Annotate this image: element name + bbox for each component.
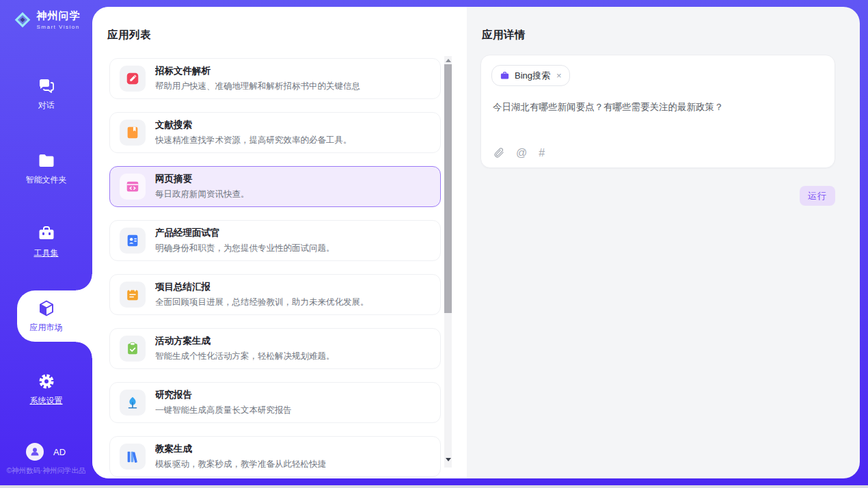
sidebar-item-label: 应用市场 [0,322,92,334]
app-title: 文献搜索 [155,119,352,131]
books-icon [125,449,140,464]
app-detail-panel: 应用详情 Bing搜索 × 今日湖北有哪些新闻要点？有哪些需要关注的最新政策？ … [467,7,860,478]
list-item-project-summary[interactable]: 项目总结汇报 全面回顾项目进展，总结经验教训，助力未来优化发展。 [109,274,441,315]
active-nav-notch-bottom [76,342,92,358]
app-title: 网页摘要 [155,173,249,185]
sidebar-item-toolset[interactable]: 工具集 [0,224,92,259]
sidebar-item-settings[interactable]: 系统设置 [0,372,92,407]
app-icon-container [120,66,146,92]
app-title: 教案生成 [155,443,326,455]
run-button[interactable]: 运行 [800,186,835,206]
sidebar: 神州问学 Smart Vision 对话 智能文件夹 工具集 [0,0,92,488]
copyright-text: ©神州数码·神州问学出品 [0,466,92,476]
prompt-input[interactable]: 今日湖北有哪些新闻要点？有哪些需要关注的最新政策？ [493,100,821,114]
avatar [26,443,44,461]
user-name: AD [53,447,66,457]
app-title: 活动方案生成 [155,335,335,347]
app-description: 全面回顾项目进展，总结经验教训，助力未来优化发展。 [155,297,369,308]
app-description: 明确身份和职责，为您提供专业性的面试问题。 [155,243,335,254]
book-icon [125,125,140,140]
active-nav-notch-top [76,274,92,290]
list-item-lesson-plan[interactable]: 教案生成 模板驱动，教案秒成，教学准备从此轻松快捷 [109,436,441,477]
app-description: 模板驱动，教案秒成，教学准备从此轻松快捷 [155,459,326,470]
sidebar-item-label: 工具集 [0,247,92,259]
app-title: 研究报告 [155,389,292,401]
app-icon-container [120,120,146,146]
brand-name: 神州问学 [37,10,81,23]
diamond-logo-icon [12,10,33,30]
prompt-card: Bing搜索 × 今日湖北有哪些新闻要点？有哪些需要关注的最新政策？ @ # [480,55,835,168]
sidebar-item-chat[interactable]: 对话 [0,77,92,111]
edit-doc-icon [125,71,140,86]
scrollbar-down-arrow-icon[interactable] [446,458,451,461]
user-account[interactable]: AD [26,443,66,461]
app-icon-container [120,444,146,470]
sidebar-item-label: 智能文件夹 [0,174,92,186]
list-item-research-report[interactable]: 研究报告 一键智能生成高质量长文本研究报告 [109,382,441,423]
list-item-event-plan[interactable]: 活动方案生成 智能生成个性化活动方案，轻松解决规划难题。 [109,328,441,369]
app-icon-container [120,282,146,308]
brand-subtitle: Smart Vision [37,24,81,30]
app-list-panel: 应用列表 招标文件解析 帮助用户快速、准确地理解和解析招标书中的关键信息 [92,7,467,478]
research-pen-icon [125,395,140,410]
app-icon-container [120,174,146,200]
tag-label: Bing搜索 [515,70,550,82]
app-description: 一键智能生成高质量长文本研究报告 [155,405,292,416]
hash-icon[interactable]: # [539,148,545,159]
main-content: 应用列表 招标文件解析 帮助用户快速、准确地理解和解析招标书中的关键信息 [92,7,860,478]
app-list-title: 应用列表 [107,28,151,42]
chat-icon [37,77,56,96]
app-icon-container [120,390,146,416]
app-list: 招标文件解析 帮助用户快速、准确地理解和解析招标书中的关键信息 文献搜索 快速精… [109,58,441,478]
app-title: 产品经理面试官 [155,227,335,239]
browser-code-icon [125,179,140,194]
paperclip-icon[interactable] [493,147,504,159]
close-icon[interactable]: × [556,70,562,81]
list-item-literature-search[interactable]: 文献搜索 快速精准查找学术资源，提高研究效率的必备工具。 [109,112,441,153]
scrollbar-up-arrow-icon[interactable] [446,59,451,62]
app-description: 帮助用户快速、准确地理解和解析招标书中的关键信息 [155,81,360,92]
list-item-pm-interviewer[interactable]: 产品经理面试官 明确身份和职责，为您提供专业性的面试问题。 [109,220,441,261]
list-item-bid-doc-parse[interactable]: 招标文件解析 帮助用户快速、准确地理解和解析招标书中的关键信息 [109,58,441,99]
sidebar-item-app-market[interactable]: 应用市场 [0,299,92,334]
app-description: 快速精准查找学术资源，提高研究效率的必备工具。 [155,135,352,146]
brand-logo: 神州问学 Smart Vision [0,10,92,30]
scrollbar-thumb[interactable] [444,64,452,313]
tool-tag-bing-search[interactable]: Bing搜索 × [491,65,570,86]
at-icon[interactable]: @ [516,148,527,159]
clipboard-check-icon [125,341,140,356]
bottom-edge-strip [0,485,868,488]
app-title: 项目总结汇报 [155,281,369,293]
sidebar-item-label: 系统设置 [0,395,92,407]
interview-doc-icon [125,233,140,248]
briefcase-icon [500,70,510,81]
app-icon-container [120,228,146,254]
app-detail-title: 应用详情 [482,28,526,42]
cube-icon [37,299,56,318]
sidebar-item-smart-folder[interactable]: 智能文件夹 [0,151,92,186]
app-title: 招标文件解析 [155,65,360,77]
folder-icon [37,151,56,170]
input-toolbar: @ # [493,147,545,159]
app-description: 每日政府新闻资讯快查。 [155,189,249,200]
toolbox-icon [37,224,56,243]
app-description: 智能生成个性化活动方案，轻松解决规划难题。 [155,351,335,362]
calendar-icon [125,287,140,302]
app-icon-container [120,336,146,362]
list-item-web-summary[interactable]: 网页摘要 每日政府新闻资讯快查。 [109,166,441,207]
person-icon [29,446,40,457]
sidebar-item-label: 对话 [0,100,92,111]
gear-icon [37,372,56,391]
